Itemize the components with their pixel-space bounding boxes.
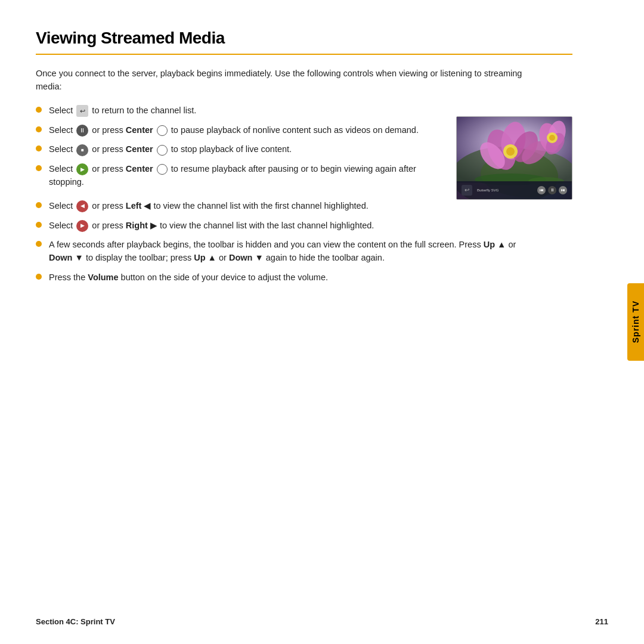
play-icon: ▶ — [76, 163, 88, 175]
bullet-list: Select ↩ to return to the channel list. … — [36, 104, 442, 196]
device-screenshot: ↩ Butterfly SVG ⏮ ⏸ ⏭ — [456, 116, 572, 200]
bullet-text-4: Select ▶ or press Center to resume playb… — [49, 163, 442, 189]
bullet-dot — [36, 107, 42, 113]
list-item: Select ■ or press Center to stop playbac… — [36, 143, 442, 156]
svg-point-9 — [506, 147, 515, 156]
bullet-dot — [36, 241, 42, 247]
list-item: Select ⏸ or press Center to pause playba… — [36, 124, 442, 137]
center-circle-icon — [157, 164, 168, 175]
bullet-text-7: A few seconds after playback begins, the… — [49, 239, 525, 265]
bullet-text-8: Press the Volume button on the side of y… — [49, 271, 525, 284]
list-item: Select ▶ or press Right ▶ to view the ch… — [36, 219, 525, 233]
list-item: Select ◀ or press Left ◀ to view the cha… — [36, 200, 525, 213]
channel-list-icon: ↩ — [76, 105, 88, 117]
footer-page-number: 211 — [595, 617, 608, 626]
toolbar-pause-icon: ⏸ — [548, 186, 556, 194]
toolbar-back-icon: ↩ — [462, 185, 472, 196]
toolbar-next-icon: ⏭ — [559, 186, 567, 194]
bullet-dot — [36, 145, 42, 151]
list-item: Select ▶ or press Center to resume playb… — [36, 163, 442, 189]
svg-point-14 — [549, 135, 555, 141]
bullet-dot — [36, 126, 42, 132]
left-channel-icon: ◀ — [76, 200, 88, 212]
bullet-text-6: Select ▶ or press Right ▶ to view the ch… — [49, 219, 525, 233]
side-tab-label: Sprint TV — [631, 301, 640, 343]
device-toolbar: ↩ Butterfly SVG ⏮ ⏸ ⏭ — [457, 181, 572, 199]
page-footer: Section 4C: Sprint TV 211 — [36, 617, 608, 626]
bullet-text-1: Select ↩ to return to the channel list. — [49, 104, 442, 117]
pause-icon: ⏸ — [76, 125, 88, 137]
device-screen: ↩ Butterfly SVG ⏮ ⏸ ⏭ — [456, 116, 572, 200]
bullet-text-2: Select ⏸ or press Center to pause playba… — [49, 124, 442, 137]
bullet-text-3: Select ■ or press Center to stop playbac… — [49, 143, 442, 156]
bullet-dot — [36, 222, 42, 228]
toolbar-status: Butterfly SVG — [477, 188, 535, 192]
center-circle-icon — [157, 145, 168, 156]
bullet-dot — [36, 274, 42, 280]
page-title: Viewing Streamed Media — [36, 29, 572, 48]
toolbar-icons: ⏮ ⏸ ⏭ — [537, 186, 567, 194]
stop-icon: ■ — [76, 144, 88, 156]
right-channel-icon: ▶ — [76, 220, 88, 232]
toolbar-prev-icon: ⏮ — [537, 186, 546, 194]
title-divider — [36, 54, 572, 55]
bullet-dot — [36, 165, 42, 171]
bullet-text-5: Select ◀ or press Left ◀ to view the cha… — [49, 200, 525, 213]
bullet-dot — [36, 202, 42, 208]
center-circle-icon — [157, 125, 168, 136]
list-item: Press the Volume button on the side of y… — [36, 271, 525, 284]
side-tab: Sprint TV — [627, 283, 644, 361]
full-bullet-area: Select ◀ or press Left ◀ to view the cha… — [36, 200, 525, 284]
list-item: Select ↩ to return to the channel list. — [36, 104, 442, 117]
intro-text: Once you connect to the server, playback… — [36, 67, 525, 94]
footer-section-label: Section 4C: Sprint TV — [36, 617, 115, 626]
list-item: A few seconds after playback begins, the… — [36, 239, 525, 265]
